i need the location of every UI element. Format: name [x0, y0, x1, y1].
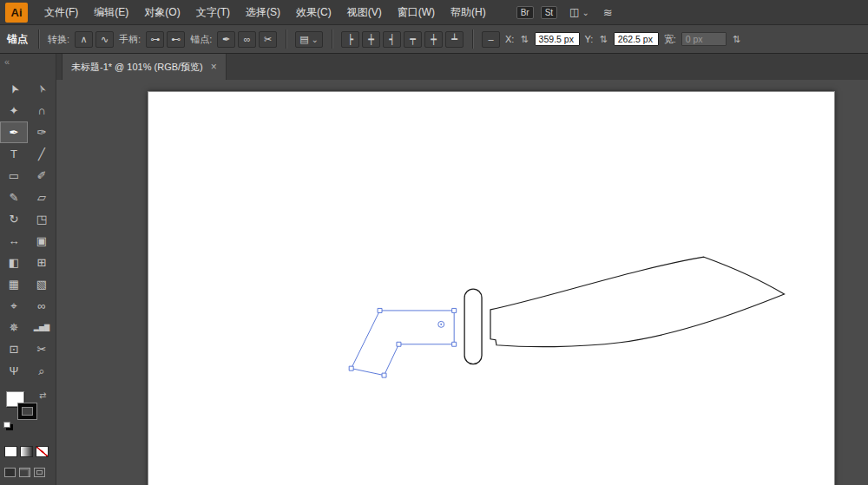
- perspective-grid-tool[interactable]: ⊞: [28, 252, 56, 273]
- paintbrush-tool[interactable]: ✐: [28, 165, 56, 187]
- anchors-label: 锚点:: [190, 33, 212, 46]
- artboard-icon: ▤: [299, 34, 308, 45]
- gradient-button[interactable]: [20, 446, 33, 457]
- handle-buttons-group: ⊶⊷: [146, 31, 185, 48]
- artwork-canvas[interactable]: [148, 92, 834, 485]
- chevron-down-icon: ⌄: [312, 35, 319, 44]
- column-graph-tool[interactable]: ▂▅▇: [28, 317, 56, 338]
- guard-shape[interactable]: [464, 289, 482, 364]
- symbol-sprayer-tool[interactable]: ✵: [0, 317, 28, 338]
- stroke-swatch[interactable]: [18, 403, 36, 419]
- color-mode-row: [0, 437, 56, 457]
- y-position-field[interactable]: 262.5 px: [614, 32, 659, 46]
- draw-normal-button[interactable]: [4, 468, 16, 477]
- minus-icon[interactable]: –: [482, 31, 500, 48]
- pencil-tool[interactable]: ✎: [0, 187, 28, 208]
- menu-file[interactable]: 文件(F): [36, 0, 86, 25]
- draw-behind-button[interactable]: [19, 468, 30, 477]
- none-button[interactable]: [36, 446, 49, 457]
- align-left-button[interactable]: ┝: [341, 31, 359, 48]
- line-segment-tool[interactable]: ╱: [28, 143, 56, 165]
- show-handles-button[interactable]: ⊶: [146, 31, 164, 48]
- artboard[interactable]: [148, 91, 835, 485]
- remove-anchor-button[interactable]: ✒: [217, 31, 235, 48]
- anchor-points[interactable]: [349, 308, 456, 377]
- collapse-panel-icon[interactable]: «: [4, 56, 10, 67]
- blade-shape[interactable]: [490, 257, 785, 347]
- draw-mode-row: [0, 457, 56, 477]
- chevron-down-icon: ⌄: [582, 8, 589, 17]
- gradient-tool[interactable]: ▧: [28, 273, 56, 295]
- connect-endpoints-button[interactable]: ∞: [238, 31, 256, 48]
- tool-grid: ➤➢✦∩✒✑T╱▭✐✎▱↻◳↔▣◧⊞▦▧⌖∞✵▂▅▇⊡✂Ψ⌕: [0, 78, 56, 382]
- x-position-field[interactable]: 359.5 px: [535, 32, 580, 46]
- menu-object[interactable]: 对象(O): [136, 0, 187, 25]
- menu-effect[interactable]: 效果(C): [288, 0, 339, 25]
- align-right-button[interactable]: ┥: [383, 31, 401, 48]
- divider: [286, 29, 286, 49]
- align-to-dropdown[interactable]: ▤ ⌄: [295, 31, 323, 48]
- pen-tool[interactable]: ✒: [0, 121, 28, 143]
- eyedropper-tool[interactable]: ⌖: [0, 295, 28, 317]
- menu-help[interactable]: 帮助(H): [443, 0, 494, 25]
- artboard-tool[interactable]: ⊡: [0, 338, 28, 360]
- y-stepper[interactable]: ⇅: [599, 34, 607, 45]
- cut-path-button[interactable]: ✂: [259, 31, 277, 48]
- tab-bar: 未标题-1* @ 101% (RGB/预览) ×: [56, 54, 868, 80]
- control-bar: 锚点 转换: ∧∿ 手柄: ⊶⊷ 锚点: ✒∞✂ ▤ ⌄ ┝┿┥┯┿┷ – X:…: [0, 25, 868, 54]
- align-vcenter-button[interactable]: ┿: [424, 31, 443, 48]
- document-tab-title: 未标题-1* @ 101% (RGB/预览): [71, 61, 203, 74]
- convert-to-corner-button[interactable]: ∧: [75, 31, 93, 48]
- divider: [472, 29, 473, 49]
- convert-to-smooth-button[interactable]: ∿: [95, 31, 114, 48]
- center-point-dot: [440, 324, 442, 325]
- shape-builder-tool[interactable]: ◧: [0, 252, 28, 273]
- menu-window[interactable]: 窗口(W): [390, 0, 443, 25]
- menu-select[interactable]: 选择(S): [238, 0, 288, 25]
- menu-edit[interactable]: 编辑(E): [86, 0, 136, 25]
- align-buttons-group: ┝┿┥┯┿┷: [341, 31, 464, 48]
- scale-tool[interactable]: ◳: [28, 208, 56, 230]
- zoom-tool[interactable]: ⌕: [28, 360, 56, 382]
- hand-tool[interactable]: Ψ: [0, 360, 28, 382]
- close-tab-icon[interactable]: ×: [211, 61, 217, 73]
- x-stepper[interactable]: ⇅: [520, 34, 528, 45]
- menu-items: 文件(F)编辑(E)对象(O)文字(T)选择(S)效果(C)视图(V)窗口(W)…: [36, 0, 494, 24]
- slice-tool[interactable]: ✂: [28, 338, 56, 360]
- width-label: 宽:: [664, 33, 676, 46]
- handles-label: 手柄:: [119, 33, 141, 46]
- menu-view[interactable]: 视图(V): [339, 0, 390, 25]
- align-bottom-button[interactable]: ┷: [445, 31, 464, 48]
- document-tab[interactable]: 未标题-1* @ 101% (RGB/预览) ×: [62, 54, 227, 80]
- selected-handle-path[interactable]: [352, 311, 454, 376]
- anchor-buttons-group: ✒∞✂: [217, 31, 277, 48]
- color-button[interactable]: [4, 446, 17, 457]
- swap-fill-stroke-icon[interactable]: ⇄: [39, 390, 46, 400]
- align-hcenter-button[interactable]: ┿: [362, 31, 380, 48]
- tools-panel-header: «: [0, 54, 56, 69]
- default-swatches-icon[interactable]: [3, 422, 10, 428]
- divider: [332, 29, 332, 49]
- draw-inside-button[interactable]: [34, 468, 45, 477]
- canvas-area[interactable]: [56, 80, 868, 485]
- eraser-tool[interactable]: ▱: [28, 187, 56, 208]
- stock-badge[interactable]: St: [541, 6, 557, 19]
- rotate-tool[interactable]: ↻: [0, 208, 28, 230]
- rectangle-tool[interactable]: ▭: [0, 165, 28, 187]
- blend-tool[interactable]: ∞: [28, 295, 56, 317]
- bridge-badge[interactable]: Br: [516, 6, 534, 19]
- mesh-tool[interactable]: ▦: [0, 273, 28, 295]
- workspace-switcher[interactable]: ◫ ⌄: [569, 6, 589, 18]
- context-title: 锚点: [7, 32, 28, 47]
- gesture-icon[interactable]: ≋: [603, 6, 613, 19]
- hide-handles-button[interactable]: ⊷: [167, 31, 185, 48]
- align-top-button[interactable]: ┯: [404, 31, 422, 48]
- illustrator-logo[interactable]: Ai: [5, 3, 28, 23]
- menu-type[interactable]: 文字(T): [188, 0, 238, 25]
- curvature-tool[interactable]: ✑: [28, 121, 56, 143]
- type-tool[interactable]: T: [0, 143, 28, 165]
- width-tool[interactable]: ↔: [0, 230, 28, 252]
- trailing-stepper[interactable]: ⇅: [733, 34, 740, 45]
- y-label: Y:: [585, 34, 594, 44]
- free-transform-tool[interactable]: ▣: [28, 230, 56, 252]
